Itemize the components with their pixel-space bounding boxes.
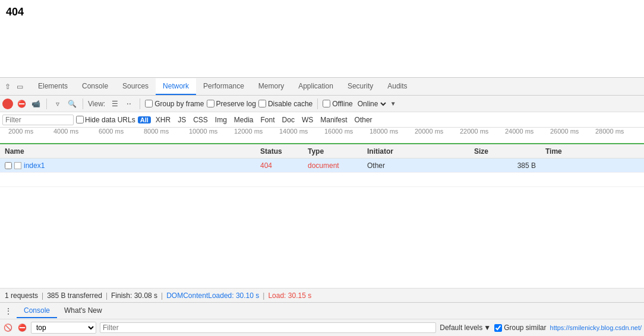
devtools-tab-icons: ⇧ ▭ xyxy=(2,81,26,92)
offline-checkbox[interactable] xyxy=(323,100,330,107)
tab-console[interactable]: Console xyxy=(75,78,115,95)
console-filter-input[interactable] xyxy=(100,322,436,333)
stop-button[interactable]: ⛔ xyxy=(15,98,27,110)
header-name[interactable]: Name xyxy=(0,147,255,156)
transferred-size: 385 B transferred xyxy=(47,291,102,300)
drawer-menu-icon[interactable]: ⋮ xyxy=(2,305,14,317)
grid-view-btn[interactable]: ⋅⋅ xyxy=(123,98,135,110)
console-stop-btn[interactable]: ⛔ xyxy=(17,322,27,333)
row-select-checkbox[interactable] xyxy=(5,162,12,169)
group-by-frame-checkbox[interactable] xyxy=(145,100,153,107)
tab-memory[interactable]: Memory xyxy=(251,78,291,95)
default-levels-arrow: ▼ xyxy=(484,324,491,332)
context-select[interactable]: top xyxy=(31,322,96,334)
tick-20000: 20000 ms xyxy=(415,128,443,135)
devtools-panel: ⇧ ▭ Elements Console Sources Network Per… xyxy=(0,77,644,336)
tab-performance[interactable]: Performance xyxy=(196,78,251,95)
tick-10000: 10000 ms xyxy=(189,128,217,135)
filter-other[interactable]: Other xyxy=(352,115,375,125)
throttle-select[interactable]: Online xyxy=(355,99,388,109)
tab-network[interactable]: Network xyxy=(156,78,196,95)
drawer-toolbar: 🚫 ⛔ top Default levels ▼ Group similar h… xyxy=(0,319,644,336)
header-time[interactable]: Time xyxy=(541,147,644,156)
disable-cache-label[interactable]: Disable cache xyxy=(258,100,312,108)
filter-media[interactable]: Media xyxy=(232,115,256,125)
tick-2000: 2000 ms xyxy=(8,128,33,135)
cell-status: 404 xyxy=(255,161,303,170)
network-toolbar: ⛔ 📹 ▿ 🔍 View: ☰ ⋅⋅ Group by frame Preser… xyxy=(0,96,644,112)
preserve-log-label[interactable]: Preserve log xyxy=(207,100,256,108)
cursor-icon[interactable]: ⇧ xyxy=(2,81,13,92)
filter-font[interactable]: Font xyxy=(258,115,277,125)
url-hint: https://smilenicky.blog.csdn.net/ xyxy=(550,324,642,331)
page-error-code: 404 xyxy=(6,6,638,18)
cell-name: index1 xyxy=(0,161,255,170)
group-similar-checkbox[interactable] xyxy=(494,324,502,332)
group-by-frame-label[interactable]: Group by frame xyxy=(145,100,204,108)
console-clear-btn[interactable]: 🚫 xyxy=(2,322,13,333)
network-status-bar: 1 requests | 385 B transferred | Finish:… xyxy=(0,288,644,302)
filter-css[interactable]: CSS xyxy=(191,115,210,125)
offline-label[interactable]: Offline xyxy=(323,100,352,108)
default-levels[interactable]: Default levels ▼ xyxy=(440,324,491,332)
requests-count: 1 requests xyxy=(5,291,38,300)
toolbar-divider-3 xyxy=(140,99,140,109)
tick-28000: 28000 ms xyxy=(595,128,624,135)
page-content: 404 xyxy=(0,0,644,77)
filter-input[interactable] xyxy=(2,115,74,125)
devtools-tabs-bar: ⇧ ▭ Elements Console Sources Network Per… xyxy=(0,78,644,96)
cell-type: document xyxy=(303,161,362,170)
tick-18000: 18000 ms xyxy=(370,128,398,135)
tab-sources[interactable]: Sources xyxy=(115,78,156,95)
tab-elements[interactable]: Elements xyxy=(31,78,75,95)
tick-6000: 6000 ms xyxy=(99,128,124,135)
filter-ws[interactable]: WS xyxy=(299,115,315,125)
tick-22000: 22000 ms xyxy=(460,128,488,135)
hide-data-urls-label[interactable]: Hide data URLs xyxy=(76,116,135,124)
list-view-btn[interactable]: ☰ xyxy=(109,98,121,110)
header-type[interactable]: Type xyxy=(303,147,362,156)
tab-security[interactable]: Security xyxy=(340,78,380,95)
drawer-tab-console[interactable]: Console xyxy=(17,304,57,318)
tick-16000: 16000 ms xyxy=(324,128,353,135)
preserve-log-checkbox[interactable] xyxy=(207,100,214,107)
filter-button[interactable]: ▿ xyxy=(52,98,64,110)
drawer-tab-whats-new[interactable]: What's New xyxy=(57,304,109,318)
search-button[interactable]: 🔍 xyxy=(66,98,78,110)
dom-content-loaded: DOMContentLoaded: 30.10 s xyxy=(166,291,259,300)
camera-button[interactable]: 📹 xyxy=(30,98,42,110)
toolbar-divider-1 xyxy=(46,99,47,109)
filter-row: Hide data URLs All XHR JS CSS Img Media … xyxy=(0,112,644,128)
tick-14000: 14000 ms xyxy=(279,128,308,135)
cell-size: 385 B xyxy=(469,161,541,170)
table-row[interactable]: index1 404 document Other 385 B xyxy=(0,159,644,173)
device-icon[interactable]: ▭ xyxy=(14,81,25,92)
toolbar-divider-2 xyxy=(83,99,83,109)
filter-js[interactable]: JS xyxy=(175,115,188,125)
tab-audits[interactable]: Audits xyxy=(380,78,414,95)
cell-initiator: Other xyxy=(362,161,469,170)
tick-4000: 4000 ms xyxy=(53,128,78,135)
record-button[interactable] xyxy=(2,99,13,109)
filter-img[interactable]: Img xyxy=(213,115,229,125)
finish-time: Finish: 30.08 s xyxy=(111,291,157,300)
filter-xhr[interactable]: XHR xyxy=(153,115,173,125)
tab-application[interactable]: Application xyxy=(291,78,340,95)
header-size[interactable]: Size xyxy=(469,147,541,156)
header-status[interactable]: Status xyxy=(255,147,303,156)
disable-cache-checkbox[interactable] xyxy=(258,100,266,107)
hide-data-urls-checkbox[interactable] xyxy=(76,116,84,123)
header-initiator[interactable]: Initiator xyxy=(362,147,469,156)
filter-manifest[interactable]: Manifest xyxy=(318,115,349,125)
group-similar-label[interactable]: Group similar xyxy=(494,324,546,332)
throttle-arrow[interactable]: ▼ xyxy=(390,100,396,107)
tick-8000: 8000 ms xyxy=(144,128,169,135)
load-time: Load: 30.15 s xyxy=(268,291,311,300)
tick-24000: 24000 ms xyxy=(505,128,533,135)
filter-all-badge[interactable]: All xyxy=(138,116,151,123)
tick-12000: 12000 ms xyxy=(234,128,263,135)
network-table: Name Status Type Initiator Size Time ind… xyxy=(0,144,644,288)
row-file-icon xyxy=(14,162,21,169)
filter-doc[interactable]: Doc xyxy=(280,115,297,125)
table-body: index1 404 document Other 385 B xyxy=(0,159,644,245)
